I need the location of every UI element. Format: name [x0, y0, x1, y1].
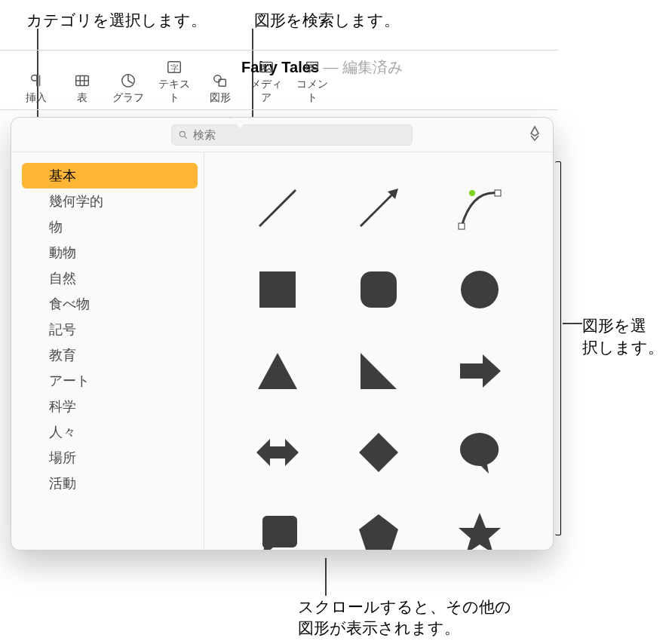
callout-scroll-l1: スクロールすると、その他の: [298, 596, 511, 618]
search-row: [11, 118, 553, 152]
shape-speech[interactable]: [456, 428, 504, 477]
search-input[interactable]: [193, 128, 406, 141]
lbl: テキスト: [153, 78, 195, 105]
shape-arrow-line[interactable]: [354, 184, 403, 232]
category-item[interactable]: 科学: [11, 394, 204, 419]
shape-line[interactable]: [253, 184, 302, 232]
toolbar-table[interactable]: 表: [61, 70, 103, 105]
svg-point-27: [461, 271, 499, 308]
paragraph-icon: [15, 70, 57, 91]
toolbar-media[interactable]: メディア: [245, 57, 287, 105]
callout-pick-l1: 図形を選: [582, 314, 646, 337]
toolbar-text[interactable]: 字テキスト: [153, 57, 195, 105]
callout-category: カテゴリを選択します。: [26, 9, 207, 32]
svg-line-18: [185, 136, 187, 138]
shape-arrow-right[interactable]: [456, 347, 504, 395]
toolbar-shape[interactable]: 図形: [199, 70, 241, 105]
text-icon: 字: [153, 57, 195, 78]
category-item[interactable]: 物: [11, 214, 204, 240]
svg-rect-22: [459, 223, 465, 229]
svg-point-11: [213, 75, 220, 82]
shape-callout-sq[interactable]: [253, 510, 302, 550]
svg-rect-25: [259, 271, 296, 308]
shape-rounded-square[interactable]: [354, 265, 403, 314]
table-icon: [61, 70, 103, 91]
category-item[interactable]: 記号: [11, 317, 204, 342]
svg-rect-23: [495, 190, 501, 196]
shape-circle[interactable]: [456, 265, 504, 314]
svg-marker-34: [459, 513, 501, 550]
category-item[interactable]: 活動: [11, 471, 204, 496]
lbl: グラフ: [107, 91, 149, 105]
shape-triangle[interactable]: [253, 347, 302, 395]
shape-curve[interactable]: [456, 184, 504, 232]
category-list: 基本幾何学的物動物自然食べ物記号教育アート科学人々場所活動: [11, 152, 204, 550]
callout-pick-l2: 択します。: [582, 336, 664, 359]
svg-point-24: [469, 190, 475, 196]
pen-icon: [526, 124, 544, 143]
category-item[interactable]: 動物: [11, 240, 204, 265]
category-item[interactable]: 食べ物: [11, 291, 204, 317]
toolbar-comment[interactable]: コメント: [291, 57, 333, 105]
category-item[interactable]: 幾何学的: [11, 189, 204, 214]
toolbar: 挿入 表 グラフ 字テキスト 図形 メディア コメント: [0, 50, 558, 110]
bracket-shapes: [555, 161, 561, 535]
lbl: 表: [61, 91, 103, 105]
draw-button[interactable]: [526, 124, 544, 146]
svg-point-17: [180, 131, 185, 136]
svg-marker-32: [359, 433, 398, 472]
lbl: 挿入: [15, 91, 57, 105]
svg-text:字: 字: [170, 63, 178, 72]
shape-right-triangle[interactable]: [354, 347, 403, 395]
lbl: 図形: [199, 91, 241, 105]
category-item[interactable]: 教育: [11, 342, 204, 368]
search-box[interactable]: [171, 124, 413, 146]
svg-line-20: [361, 195, 392, 226]
shape-star[interactable]: [456, 510, 504, 550]
search-icon: [178, 130, 189, 140]
pie-icon: [107, 70, 149, 91]
lbl: コメント: [291, 78, 333, 105]
leader-scroll: [324, 558, 327, 596]
lbl: メディア: [245, 78, 287, 105]
shape-diamond[interactable]: [354, 428, 403, 477]
category-item[interactable]: 自然: [11, 265, 204, 291]
shape-square[interactable]: [253, 265, 302, 314]
svg-rect-26: [361, 271, 397, 308]
shapes-icon: [199, 70, 241, 91]
svg-marker-33: [359, 514, 398, 550]
shapes-grid[interactable]: [204, 152, 553, 550]
comment-icon: [291, 57, 333, 78]
shape-double-arrow[interactable]: [253, 428, 302, 477]
toolbar-chart[interactable]: グラフ: [107, 70, 149, 105]
leader-pick: [563, 322, 582, 325]
callout-scroll-l2: 図形が表示されます。: [298, 617, 460, 639]
category-item[interactable]: 基本: [22, 163, 198, 189]
category-item[interactable]: 人々: [11, 419, 204, 445]
svg-marker-31: [256, 439, 299, 466]
svg-marker-28: [258, 353, 297, 389]
callout-search: 図形を検索します。: [254, 9, 400, 32]
toolbar-insert[interactable]: 挿入: [15, 70, 57, 105]
category-item[interactable]: 場所: [11, 445, 204, 471]
image-icon: [245, 57, 287, 78]
shapes-popover: 基本幾何学的物動物自然食べ物記号教育アート科学人々場所活動: [11, 117, 554, 550]
shape-pentagon[interactable]: [354, 510, 403, 550]
svg-line-19: [259, 190, 296, 226]
svg-marker-29: [361, 353, 397, 389]
category-item[interactable]: アート: [11, 368, 204, 394]
svg-point-14: [262, 65, 265, 67]
popover-body: 基本幾何学的物動物自然食べ物記号教育アート科学人々場所活動: [11, 152, 553, 550]
svg-marker-30: [460, 354, 501, 388]
